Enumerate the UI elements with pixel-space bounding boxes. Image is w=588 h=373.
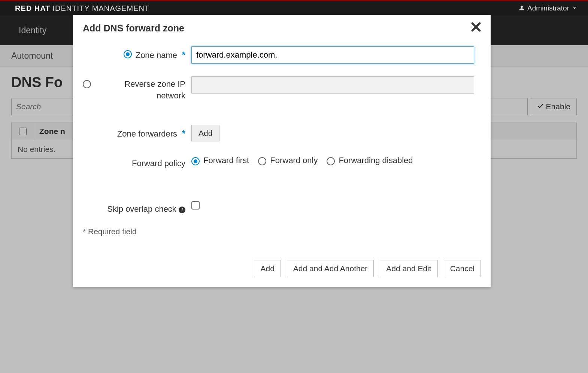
modal-header: Add DNS forward zone xyxy=(73,15,491,43)
row-reverse-zone: Reverse zone IP network xyxy=(73,73,491,105)
info-icon[interactable]: i xyxy=(179,207,185,213)
add-and-add-another-button[interactable]: Add and Add Another xyxy=(287,260,374,277)
skip-overlap-label: Skip overlap check xyxy=(107,204,176,214)
add-forwarder-button[interactable]: Add xyxy=(191,125,219,141)
reverse-zone-input xyxy=(191,76,474,94)
skip-overlap-checkbox[interactable] xyxy=(191,201,200,210)
policy-first-label: Forward first xyxy=(203,156,249,165)
cancel-button[interactable]: Cancel xyxy=(444,260,481,277)
forward-policy-label: Forward policy xyxy=(132,158,185,169)
required-star: * xyxy=(179,128,185,138)
close-icon[interactable] xyxy=(471,22,481,34)
policy-first[interactable]: Forward first xyxy=(191,156,249,165)
user-label: Administrator xyxy=(527,4,569,12)
zone-name-label: Zone name xyxy=(136,51,177,60)
modal-footer: Add Add and Add Another Add and Edit Can… xyxy=(73,239,491,281)
modal-title: Add DNS forward zone xyxy=(83,23,184,34)
policy-only-label: Forward only xyxy=(270,156,318,165)
masthead: RED HAT IDENTITY MANAGEMENT Administrato… xyxy=(0,1,588,15)
brand-product: IDENTITY MANAGEMENT xyxy=(52,4,149,13)
add-dns-forward-zone-dialog: Add DNS forward zone Zone name * Reverse… xyxy=(73,15,491,287)
required-field-note: * Required field xyxy=(73,218,491,239)
add-button[interactable]: Add xyxy=(254,260,281,277)
add-and-edit-button[interactable]: Add and Edit xyxy=(380,260,437,277)
user-menu[interactable]: Administrator xyxy=(519,4,577,12)
user-icon xyxy=(519,4,524,12)
policy-disabled[interactable]: Forwarding disabled xyxy=(327,156,413,165)
row-forward-policy: Forward policy Forward first Forward onl… xyxy=(73,153,491,172)
brand-redhat: RED HAT xyxy=(15,4,50,13)
forward-policy-group: Forward first Forward only Forwarding di… xyxy=(191,156,474,165)
row-zone-name: Zone name * xyxy=(73,43,491,67)
required-star: * xyxy=(179,50,185,60)
brand: RED HAT IDENTITY MANAGEMENT xyxy=(15,4,149,13)
zone-name-radio[interactable] xyxy=(124,50,132,58)
forwarders-label: Zone forwarders xyxy=(117,129,177,138)
policy-only[interactable]: Forward only xyxy=(258,156,318,165)
row-skip-overlap: Skip overlap check i xyxy=(73,198,491,218)
reverse-zone-label: Reverse zone IP network xyxy=(95,79,185,102)
reverse-zone-radio[interactable] xyxy=(83,80,91,88)
row-forwarders: Zone forwarders * Add xyxy=(73,122,491,144)
chevron-down-icon xyxy=(572,4,577,12)
zone-name-input[interactable] xyxy=(191,46,474,64)
policy-disabled-label: Forwarding disabled xyxy=(339,156,413,165)
